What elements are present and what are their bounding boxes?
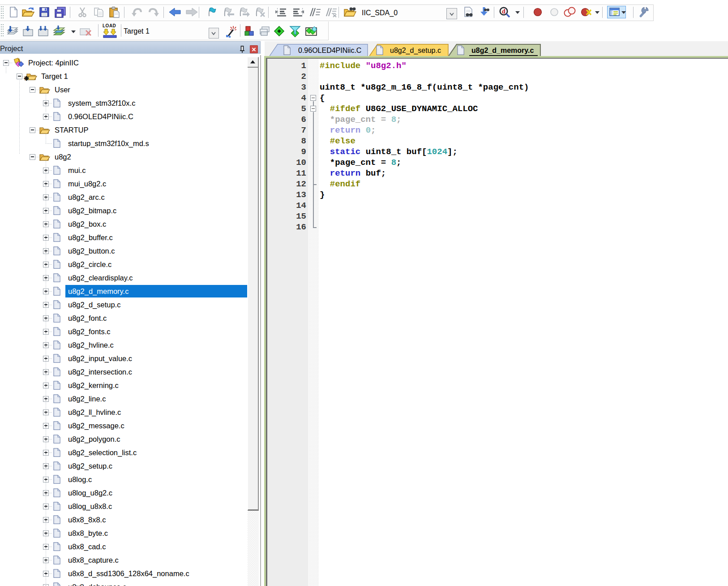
svg-text:d: d — [502, 8, 505, 15]
svg-text:❉: ❉ — [24, 75, 29, 82]
